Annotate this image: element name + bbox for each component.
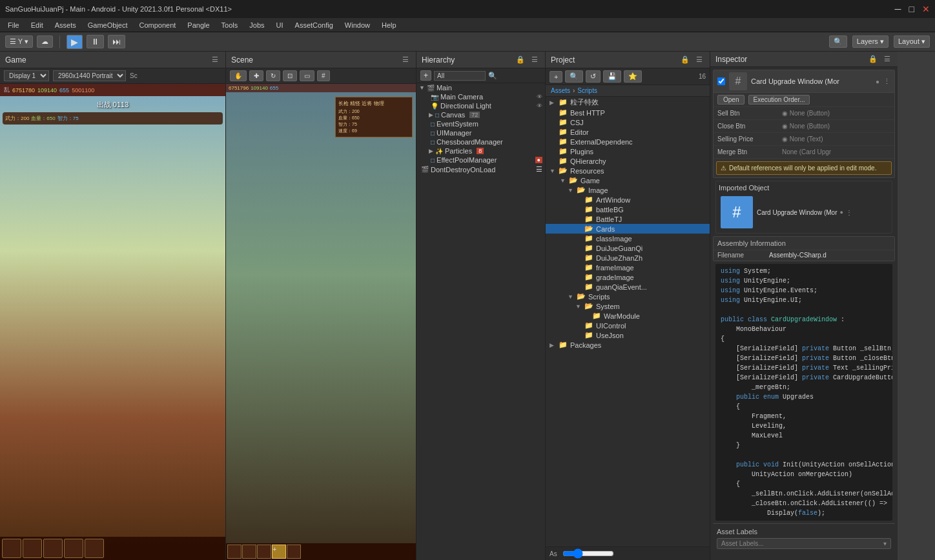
hierarchy-item-dontdestroy[interactable]: 🎬 DontDestroyOnLoad ☰ [416,165,545,174]
project-folder-system[interactable]: ▼ 📂 System [546,301,710,311]
project-folder-packages[interactable]: ▶ 📁 Packages [546,340,710,350]
scene-rotate-tool[interactable]: ↻ [266,70,280,81]
menu-pangle[interactable]: Pangle [182,20,214,30]
scene-scale-tool[interactable]: ⊡ [283,70,297,81]
project-folder-qhier[interactable]: 📁 QHierarchy [546,156,710,166]
hierarchy-item-dirlight[interactable]: 💡 Directional Light 👁 [416,101,545,110]
hierarchy-item-uimanager[interactable]: □ UIManager [416,128,545,137]
scene-move-tool[interactable]: ✚ [249,70,263,81]
scene-card-1[interactable] [227,545,241,559]
scene-hand-tool[interactable]: ✋ [230,70,247,81]
project-add-btn[interactable]: + [550,71,562,83]
card-slot-1[interactable] [2,539,21,558]
menu-jobs[interactable]: Jobs [244,20,269,30]
insp-asset-label-chevron[interactable]: ▾ [883,540,887,547]
maximize-btn[interactable]: □ [909,4,914,14]
menu-window[interactable]: Window [340,20,375,30]
card-slot-2[interactable] [23,539,42,558]
layers-btn[interactable]: Layers ▾ [852,35,889,48]
card-slot-5[interactable] [85,539,104,558]
inspector-menu[interactable]: ☰ [882,54,892,64]
project-refresh-btn[interactable]: ↺ [586,70,601,83]
cloud-btn[interactable]: ☁ [37,35,53,48]
project-folder-cards[interactable]: 📂 Cards [546,224,710,234]
project-star-btn[interactable]: ⭐ [624,70,642,83]
scene-rect-tool[interactable]: ▭ [300,70,314,81]
hierarchy-eye-light[interactable]: 👁 [537,103,542,109]
project-folder-battletj[interactable]: 📁 BattleTJ [546,214,710,224]
inspector-lock[interactable]: 🔒 [867,54,879,64]
project-folder-resources[interactable]: ▼ 📂 Resources [546,166,710,175]
card-slot-4[interactable] [64,539,83,558]
hierarchy-menu[interactable]: ☰ [529,55,540,65]
hierarchy-item-main[interactable]: ▼ 🎬 Main [416,83,545,92]
menu-tools[interactable]: Tools [216,20,243,30]
project-folder-editor[interactable]: 📁 Editor [546,127,710,137]
pause-btn[interactable]: ⏸ [87,35,104,48]
scene-panel-menu[interactable]: ☰ [400,55,411,65]
hierarchy-add-btn[interactable]: + [420,70,431,81]
insp-imported-menu[interactable]: ⋮ [846,209,852,216]
insp-component-header[interactable]: # Card Upgrade Window (Mor ● ⋮ [714,70,894,93]
project-folder-csj[interactable]: 📁 CSJ [546,117,710,127]
project-folder-extdep[interactable]: 📁 ExternalDependenc [546,137,710,146]
hierarchy-item-particles[interactable]: ▶ ✨ Particles 8 [416,146,545,155]
insp-exec-btn[interactable]: Execution Order... [748,95,809,105]
scene-card-4[interactable]: + [272,545,286,559]
menu-ui[interactable]: UI [271,20,289,30]
project-folder-besthttp[interactable]: 📁 Best HTTP [546,108,710,117]
play-btn[interactable]: ▶ [67,35,83,49]
hierarchy-item-effectpool[interactable]: □ EffectPoolManager ● [416,155,545,165]
project-folder-particles[interactable]: ▶ 📁 粒子特效 [546,97,710,108]
project-panel-lock[interactable]: 🔒 [679,55,692,65]
hierarchy-item-maincamera[interactable]: 📷 Main Camera 👁 [416,92,545,101]
insp-open-btn[interactable]: Open [717,95,745,105]
project-size-slider[interactable] [562,548,614,559]
hierarchy-item-canvas[interactable]: ▶ □ Canvas 72 [416,110,545,119]
project-folder-battlebg[interactable]: 📁 battleBG [546,205,710,214]
card-slot-3[interactable] [43,539,63,558]
breadcrumb-assets[interactable]: Assets [551,87,570,94]
menu-gameobject[interactable]: GameObject [83,20,133,30]
project-folder-duijuezhan[interactable]: 📁 DuiJueZhanZh [546,253,710,263]
scene-card-2[interactable] [242,545,256,559]
scene-grid-toggle[interactable]: # [317,70,330,81]
menu-assets[interactable]: Assets [50,20,81,30]
menu-component[interactable]: Component [134,20,181,30]
minimize-btn[interactable]: ─ [895,4,901,14]
hierarchy-menu-dont[interactable]: ☰ [536,165,542,174]
project-folder-scripts[interactable]: ▼ 📂 Scripts [546,292,710,301]
window-controls[interactable]: ─ □ ✕ [895,4,930,14]
project-folder-gradeimage[interactable]: 📁 gradeImage [546,272,710,282]
project-save-btn[interactable]: 💾 [603,70,621,83]
scene-card-3[interactable] [257,545,271,559]
project-folder-duijueguanqi[interactable]: 📁 DuiJueGuanQi [546,243,710,253]
hierarchy-search-icon[interactable]: 🔍 [488,72,497,80]
insp-enable-checkbox[interactable] [717,77,725,85]
search-btn[interactable]: 🔍 [829,35,847,48]
menu-file[interactable]: File [3,20,25,30]
menu-help[interactable]: Help [376,20,402,30]
project-folder-classimage[interactable]: 📁 classImage [546,234,710,243]
layout-btn[interactable]: Layout ▾ [894,35,930,48]
project-folder-usejson[interactable]: 📁 UseJson [546,330,710,340]
hierarchy-item-eventsystem[interactable]: □ EventSystem [416,119,545,128]
hierarchy-lock[interactable]: 🔒 [514,55,527,65]
project-folder-game[interactable]: ▼ 📂 Game [546,175,710,185]
resolution-select[interactable]: 2960x1440 Portrait [53,70,126,81]
menu-edit[interactable]: Edit [26,20,48,30]
account-btn[interactable]: ☰ Y ▾ [5,35,33,48]
hierarchy-search[interactable] [434,71,486,81]
display-select[interactable]: Display 1 [4,70,49,81]
project-folder-uicontrol[interactable]: 📁 UIControl [546,321,710,330]
hierarchy-item-chessboard[interactable]: □ ChessboardManager [416,137,545,146]
breadcrumb-scripts[interactable]: Scripts [577,87,597,94]
step-btn[interactable]: ⏭ [108,35,125,48]
menu-assetconfig[interactable]: AssetConfig [290,20,338,30]
close-btn[interactable]: ✕ [922,4,930,14]
game-panel-menu[interactable]: ☰ [210,55,220,65]
project-search-btn[interactable]: 🔍 [565,70,583,83]
hierarchy-eye-cam[interactable]: 👁 [537,94,542,100]
insp-component-menu[interactable]: ⋮ [883,77,890,86]
project-folder-guanqia[interactable]: 📁 guanQiaEvent... [546,282,710,292]
